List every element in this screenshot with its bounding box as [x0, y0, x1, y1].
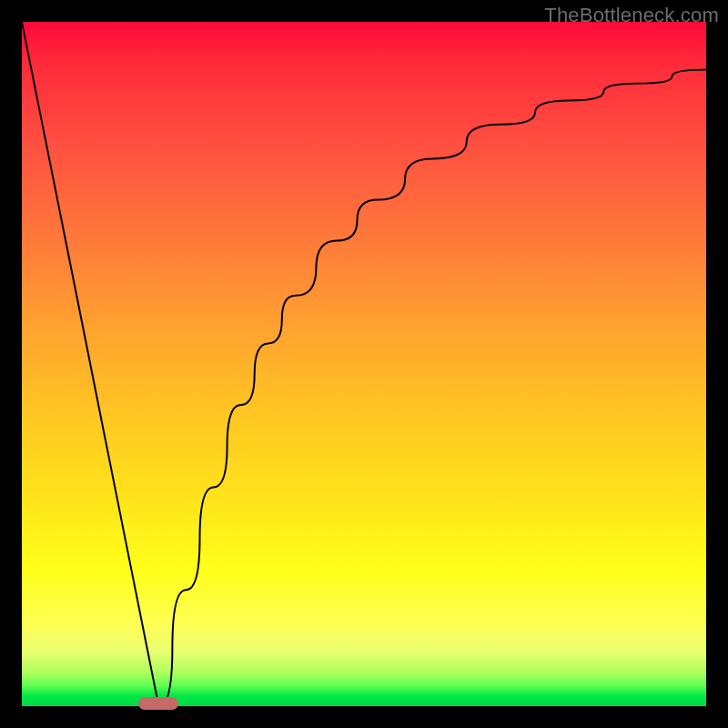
bottleneck-curve-right	[158, 70, 706, 706]
curve-layer	[22, 22, 706, 706]
plot-area	[22, 22, 706, 706]
optimal-marker	[138, 697, 178, 710]
bottleneck-curve-left	[22, 22, 158, 706]
chart-frame: TheBottleneck.com	[0, 0, 728, 728]
